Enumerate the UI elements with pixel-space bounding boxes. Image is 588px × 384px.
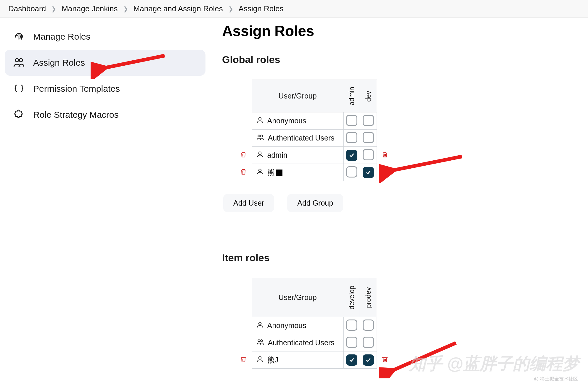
user-icon	[256, 355, 264, 365]
section-title-item-roles: Item roles	[222, 252, 576, 264]
table-row: Authenticated Users	[235, 130, 393, 147]
svg-point-10	[258, 340, 260, 342]
fingerprint-icon	[13, 31, 25, 43]
table-row: 熊	[235, 164, 393, 181]
main-content: Assign Roles Global roles User/Group adm…	[210, 18, 588, 384]
table-row: Authenticated Users	[235, 334, 393, 351]
column-header-role-admin: admin	[343, 80, 360, 112]
sidebar-item-permission-templates[interactable]: Permission Templates	[5, 76, 205, 102]
user-name: admin	[267, 151, 287, 159]
breadcrumb-item-dashboard[interactable]: Dashboard	[8, 4, 46, 13]
svg-line-8	[388, 156, 462, 171]
role-checkbox[interactable]	[363, 354, 374, 366]
sidebar-item-label: Assign Roles	[33, 58, 85, 68]
svg-point-11	[260, 340, 262, 342]
braces-icon	[13, 83, 25, 95]
sidebar-item-role-strategy-macros[interactable]: Role Strategy Macros	[5, 102, 205, 128]
column-header-usergroup: User/Group	[252, 80, 343, 112]
breadcrumb-item-assign-roles[interactable]: Assign Roles	[239, 4, 284, 13]
sidebar-item-label: Permission Templates	[33, 84, 120, 94]
user-name: Authenticated Users	[268, 338, 335, 347]
extension-icon	[13, 109, 25, 121]
table-row: admin	[235, 147, 393, 164]
table-row: Anonymous	[235, 317, 393, 334]
group-icon	[256, 133, 264, 143]
role-checkbox[interactable]	[346, 150, 357, 161]
user-name: Anonymous	[267, 117, 306, 125]
sidebar-item-label: Manage Roles	[33, 32, 90, 42]
svg-point-3	[258, 117, 261, 120]
user-name: 熊	[267, 167, 282, 177]
role-checkbox[interactable]	[346, 320, 357, 331]
sidebar-item-assign-roles[interactable]: Assign Roles	[5, 50, 205, 76]
user-icon	[256, 168, 264, 177]
page-title: Assign Roles	[222, 22, 576, 40]
redacted-block	[276, 170, 282, 176]
group-icon	[256, 338, 264, 348]
svg-point-7	[258, 169, 261, 172]
add-group-button[interactable]: Add Group	[287, 194, 343, 212]
global-roles-table: User/Group admin dev Anonymous Au	[235, 80, 393, 181]
role-checkbox[interactable]	[346, 354, 357, 366]
sidebar: Manage Roles Assign Roles	[0, 18, 210, 384]
svg-point-9	[258, 322, 261, 325]
svg-line-13	[388, 343, 456, 372]
svg-point-5	[260, 135, 262, 137]
trash-icon[interactable]	[240, 154, 247, 159]
trash-icon[interactable]	[381, 171, 388, 176]
role-checkbox[interactable]	[363, 337, 374, 348]
svg-point-4	[258, 135, 260, 137]
svg-point-6	[258, 152, 261, 154]
table-row: 熊J	[235, 351, 393, 369]
role-checkbox[interactable]	[363, 320, 374, 331]
sidebar-item-label: Role Strategy Macros	[33, 110, 118, 120]
role-checkbox[interactable]	[346, 132, 357, 143]
user-name: Anonymous	[267, 321, 306, 330]
chevron-right-icon: ❯	[51, 5, 56, 12]
role-checkbox[interactable]	[346, 166, 357, 178]
add-user-button[interactable]: Add User	[223, 194, 274, 212]
user-icon	[256, 116, 264, 126]
table-row: Anonymous	[235, 112, 393, 130]
chevron-right-icon: ❯	[123, 5, 128, 12]
role-checkbox[interactable]	[363, 115, 374, 126]
breadcrumb: Dashboard ❯ Manage Jenkins ❯ Manage and …	[0, 0, 588, 18]
role-checkbox[interactable]	[346, 337, 357, 348]
red-arrow-annotation	[91, 53, 168, 79]
column-header-role-dev: dev	[360, 80, 377, 112]
svg-point-0	[15, 59, 19, 62]
user-icon	[256, 151, 264, 160]
section-divider	[222, 233, 576, 233]
section-title-global-roles: Global roles	[222, 54, 576, 65]
role-checkbox[interactable]	[363, 149, 374, 160]
user-icon	[256, 321, 264, 330]
user-name: Authenticated Users	[268, 134, 335, 142]
column-header-role-prodev: prodev	[360, 278, 377, 317]
svg-point-1	[19, 59, 23, 62]
chevron-right-icon: ❯	[228, 5, 233, 12]
item-roles-table: User/Group develop prodev Anonymous	[235, 278, 393, 369]
svg-line-2	[99, 56, 165, 69]
column-header-usergroup: User/Group	[252, 278, 343, 317]
trash-icon[interactable]	[240, 171, 247, 176]
column-header-role-develop: develop	[343, 278, 360, 317]
trash-icon[interactable]	[381, 359, 388, 364]
user-name: 熊J	[267, 355, 279, 365]
svg-point-12	[258, 356, 261, 359]
role-checkbox[interactable]	[363, 132, 374, 143]
breadcrumb-item-manage-jenkins[interactable]: Manage Jenkins	[62, 4, 118, 13]
trash-icon[interactable]	[240, 359, 247, 364]
role-checkbox[interactable]	[363, 167, 374, 178]
sidebar-item-manage-roles[interactable]: Manage Roles	[5, 24, 205, 50]
people-icon	[13, 57, 25, 69]
role-checkbox[interactable]	[346, 115, 357, 126]
trash-icon[interactable]	[381, 154, 388, 159]
breadcrumb-item-manage-assign-roles[interactable]: Manage and Assign Roles	[134, 4, 223, 13]
